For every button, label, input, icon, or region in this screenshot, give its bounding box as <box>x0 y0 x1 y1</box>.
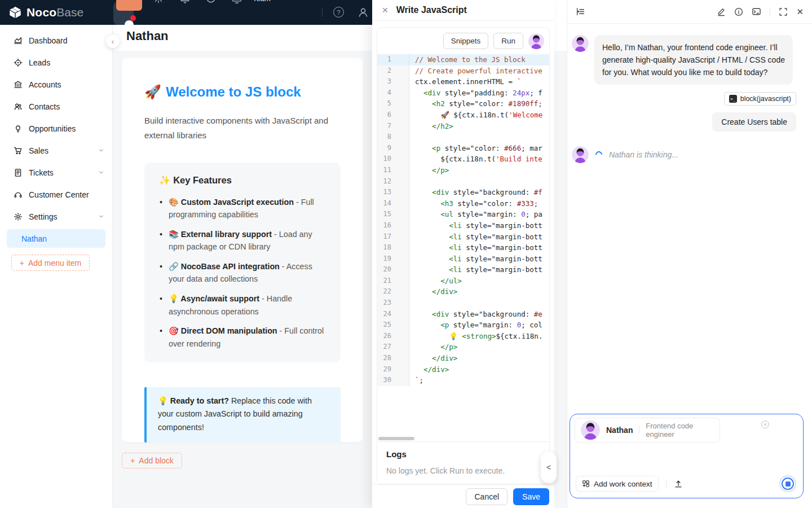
code-line: 8 <box>377 132 549 143</box>
people-icon <box>14 102 23 111</box>
chevron-down-icon <box>98 169 104 176</box>
js-block-card[interactable]: 🚀Welcome to JS block Build interactive c… <box>122 58 363 442</box>
code-line-text: 💡 <strong>${ctx.i18n. <box>409 331 549 342</box>
code-line: 12 <box>377 176 549 187</box>
conversations-list-icon[interactable] <box>576 7 585 16</box>
tool-call-badge[interactable]: >_ block(javascript) <box>724 92 796 106</box>
line-number: 20 <box>377 264 409 275</box>
line-number: 26 <box>377 331 409 342</box>
chip-close-icon[interactable]: ✕ <box>761 421 769 428</box>
feature-item: 🎯 Direct DOM manipulation - Full control… <box>159 325 326 350</box>
welcome-title: 🚀Welcome to JS block <box>144 84 341 100</box>
chevron-down-icon <box>98 147 104 154</box>
line-number: 13 <box>377 187 409 198</box>
rocket-icon: 🚀 <box>144 84 161 99</box>
line-number: 16 <box>377 220 409 231</box>
sidebar-item-sales[interactable]: Sales <box>0 139 112 161</box>
code-line-text: </p> <box>409 165 549 176</box>
nocobase-logo[interactable]: NocoBase <box>8 5 83 20</box>
code-line-text: <li style="margin-bott <box>409 264 549 275</box>
sidebar-item-dashboard[interactable]: Dashboard <box>0 29 112 51</box>
code-line: 18 <li style="margin-bott <box>377 242 549 253</box>
code-line-text: // Welcome to the JS block <box>409 54 549 65</box>
plus-icon: + <box>20 259 24 268</box>
ai-employee-avatar[interactable] <box>116 0 142 11</box>
scrollbar-thumb[interactable] <box>378 437 414 440</box>
agent-chip[interactable]: Nathan Frontend code engineer ✕ <box>575 418 720 443</box>
cancel-button[interactable]: Cancel <box>466 488 508 505</box>
upload-icon[interactable] <box>674 479 683 488</box>
line-number: 25 <box>377 319 409 331</box>
code-line-text: <h2 style="color: #1890ff; <box>409 98 549 110</box>
terminal-badge-icon: >_ <box>729 95 737 103</box>
clock-icon[interactable] <box>205 0 217 4</box>
panel-collapse-handle[interactable]: < <box>541 452 557 483</box>
line-number: 15 <box>377 209 409 220</box>
code-editor-panel: Snippets Run 1// Welcome to the JS block… <box>377 27 550 484</box>
chart-icon <box>14 36 23 45</box>
line-number: 8 <box>377 132 409 143</box>
line-number: 22 <box>377 286 409 297</box>
horizontal-scrollbar[interactable] <box>377 436 549 441</box>
loading-spinner-icon <box>594 150 604 160</box>
sidebar-item-settings[interactable]: Settings <box>0 205 112 227</box>
code-line: 19 <li style="margin-bott <box>377 253 549 265</box>
nathan-avatar[interactable] <box>528 33 544 49</box>
feature-item: 🎨 Custom JavaScript execution - Full pro… <box>159 196 326 221</box>
assistant-message: Hello, I’m Nathan, your frontend code en… <box>567 24 812 85</box>
nathan-avatar <box>572 146 589 163</box>
help-icon[interactable]: ? <box>333 7 344 17</box>
sidebar-item-label: Accounts <box>29 80 61 89</box>
ai-chat-panel: ✕ Hello, I’m Nathan, your frontend code … <box>567 0 812 508</box>
team-menu[interactable]: Team <box>253 0 279 3</box>
thinking-text: Nathan is thinking... <box>609 150 678 159</box>
sidebar-item-contacts[interactable]: Contacts <box>0 95 112 117</box>
code-line-text: <p style="margin: 0; col <box>409 319 549 331</box>
top-bar: NocoBase Team ? <box>0 0 372 25</box>
snippets-button[interactable]: Snippets <box>443 33 489 49</box>
save-button[interactable]: Save <box>513 488 549 505</box>
sidebar-item-accounts[interactable]: Accounts <box>0 73 112 95</box>
sidebar-item-customer-center[interactable]: Customer Center <box>0 183 112 205</box>
code-area[interactable]: 1// Welcome to the JS block2// Create po… <box>377 54 549 441</box>
code-line: 22 </div> <box>377 286 549 297</box>
logs-empty-text: No logs yet. Click Run to execute. <box>386 466 540 475</box>
code-line: 2// Create powerful interactive <box>377 65 549 77</box>
feature-item: 📚 External library support - Load any np… <box>159 228 326 253</box>
drawer-close-icon[interactable]: ✕ <box>382 6 389 15</box>
nocobase-logo-icon <box>8 5 23 20</box>
user-icon[interactable] <box>358 7 369 18</box>
code-line-text: `; <box>409 375 549 386</box>
fullscreen-icon[interactable] <box>779 7 788 16</box>
add-work-context-button[interactable]: Add work context <box>576 476 659 492</box>
notification-dot <box>130 15 136 21</box>
nathan-avatar <box>572 35 589 52</box>
bulb-icon <box>14 124 23 133</box>
chat-close-icon[interactable]: ✕ <box>796 7 804 17</box>
sidebar-item-opportunities[interactable]: Opportunities <box>0 117 112 139</box>
code-line-text: <div style="background: #f <box>409 187 549 198</box>
monitor-icon[interactable] <box>231 0 242 4</box>
chat-input-box[interactable]: Nathan Frontend code engineer ✕ Add work… <box>570 414 804 498</box>
add-block-button[interactable]: + Add block <box>122 453 182 468</box>
bell-icon[interactable] <box>179 0 191 4</box>
add-menu-item-button[interactable]: + Add menu item <box>11 255 90 271</box>
run-button[interactable]: Run <box>493 33 523 49</box>
code-line-text: <li style="margin-bott <box>409 220 549 231</box>
stop-generation-button[interactable] <box>779 475 796 492</box>
code-line-text: <h3 style="color: #333; <box>409 198 549 209</box>
edit-pencil-icon[interactable] <box>717 7 726 16</box>
code-line-text <box>409 132 549 143</box>
info-icon[interactable] <box>734 7 743 16</box>
header-divider <box>770 8 770 16</box>
ready-callout: 💡 Ready to start? Replace this code with… <box>144 387 341 442</box>
gear-icon[interactable] <box>153 0 164 4</box>
sidebar-item-tickets[interactable]: Tickets <box>0 161 112 183</box>
sidebar-item-label: Dashboard <box>29 36 68 45</box>
sidebar-item-leads[interactable]: Leads <box>0 51 112 73</box>
logs-title: Logs <box>386 449 540 459</box>
sidebar-item-nathan[interactable]: Nathan <box>7 229 105 248</box>
terminal-icon[interactable] <box>752 7 761 16</box>
sidebar-collapse-button[interactable]: ‹ <box>106 34 120 48</box>
line-number: 1 <box>377 54 409 65</box>
